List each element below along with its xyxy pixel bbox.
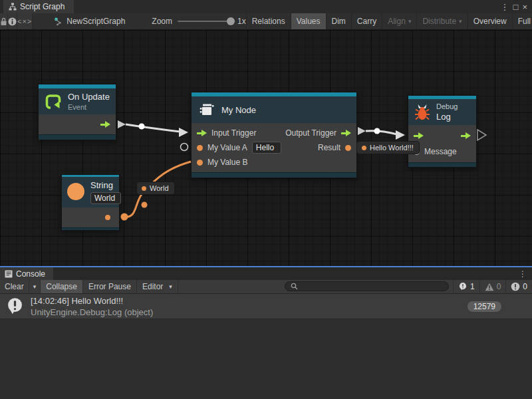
console-search[interactable]	[285, 281, 449, 291]
string-value-field[interactable]	[90, 192, 121, 204]
node-on-update[interactable]: On Update Event	[38, 84, 116, 140]
value-dot-icon	[362, 146, 366, 150]
graph-icon	[9, 3, 17, 11]
graph-name-group[interactable]: NewScriptGraph	[54, 13, 125, 29]
string-literal-icon	[67, 183, 84, 200]
node-title: On Update	[68, 92, 110, 102]
port-label: My Value B	[207, 158, 247, 167]
maximize-icon[interactable]: □	[513, 3, 519, 11]
zoom-control: Zoom 1x	[152, 13, 245, 29]
value-output-port[interactable]	[105, 215, 110, 220]
graph-canvas[interactable]: On Update Event My Node	[0, 30, 532, 266]
console-log-entry[interactable]: [14:02:46] Hello World!!! UnityEngine.De…	[0, 294, 532, 319]
overview-button[interactable]: Overview	[467, 13, 512, 29]
dim-button[interactable]: Dim	[326, 13, 351, 29]
value-output-port[interactable]	[345, 145, 351, 151]
graph-toolbar: <×> NewScriptGraph Zoom 1x Relations Val…	[0, 13, 532, 30]
node-title: Log	[436, 112, 458, 122]
collapse-count-badge: 12579	[467, 301, 501, 312]
console-menu-icon[interactable]: ⋮	[519, 267, 532, 280]
value-bubble-hello-world: Hello World!!!	[356, 141, 420, 154]
log-count: 1	[470, 282, 475, 291]
unconnected-port-circle[interactable]	[181, 144, 188, 151]
my-value-a-field[interactable]	[252, 142, 281, 154]
port-label: Result	[318, 143, 340, 152]
port-row: Input Trigger Output Trigger	[192, 126, 356, 140]
warning-count-toggle[interactable]: 0	[479, 280, 506, 293]
zoom-slider[interactable]	[178, 21, 232, 22]
editor-dropdown[interactable]: Editor▾	[137, 280, 178, 293]
window-menu-icon[interactable]: ⋮	[501, 3, 509, 11]
flow-output-port[interactable]	[461, 132, 471, 139]
node-footer	[62, 227, 119, 230]
window-titlebar: Script Graph ⋮ □ ×	[0, 0, 532, 13]
clear-dropdown-button[interactable]: ▾	[29, 280, 41, 293]
info-icon	[8, 17, 17, 26]
error-pause-toggle[interactable]: Error Pause	[83, 280, 137, 293]
distribute-button[interactable]: Distribute▾	[416, 13, 467, 29]
node-subtitle: Event	[68, 103, 110, 111]
flow-output-port[interactable]	[341, 130, 351, 136]
clear-button[interactable]: Clear	[0, 280, 29, 293]
value-dot-icon	[142, 186, 146, 191]
close-icon[interactable]: ×	[522, 3, 527, 11]
code-preview-button[interactable]: <×>	[17, 13, 33, 29]
unit-box-icon	[198, 101, 215, 118]
port-row	[39, 117, 116, 132]
align-button[interactable]: Align▾	[382, 13, 416, 29]
zoom-slider-handle[interactable]	[227, 17, 235, 25]
carry-button[interactable]: Carry	[351, 13, 382, 29]
lock-icon	[0, 17, 7, 26]
port-row	[62, 210, 119, 225]
wire-mynode-to-debug[interactable]	[358, 127, 405, 140]
full-screen-button[interactable]: Full S	[512, 13, 532, 29]
relations-button[interactable]: Relations	[246, 13, 291, 29]
value-input-port[interactable]	[197, 160, 203, 166]
code-icon: <×>	[17, 17, 32, 25]
zoom-label: Zoom	[152, 17, 172, 26]
info-button[interactable]	[8, 13, 17, 29]
graph-name-label: NewScriptGraph	[66, 17, 125, 26]
error-count: 0	[523, 282, 527, 291]
flow-output-port[interactable]	[100, 121, 110, 128]
node-footer	[192, 172, 356, 178]
log-bubble-icon	[5, 297, 25, 316]
value-bubble-world: World	[136, 182, 175, 195]
console-empty-area	[0, 319, 532, 399]
flow-input-port[interactable]	[197, 130, 207, 136]
collapse-toggle[interactable]: Collapse	[41, 280, 83, 293]
tab-script-graph[interactable]: Script Graph	[3, 0, 74, 13]
port-label: Input Trigger	[211, 128, 256, 138]
node-title: My Node	[221, 105, 256, 115]
node-footer	[39, 134, 116, 140]
script-graph-asset-icon	[54, 17, 63, 26]
error-count-toggle[interactable]: 0	[505, 280, 532, 293]
lock-button[interactable]	[0, 13, 8, 29]
port-row: My Value A Result	[192, 140, 356, 155]
flow-input-port[interactable]	[414, 132, 424, 139]
port-label: Output Trigger	[285, 128, 336, 138]
node-title: String	[90, 180, 113, 190]
zoom-value: 1x	[237, 17, 246, 26]
warning-triangle-icon	[485, 283, 494, 291]
wire-onupdate-to-mynode[interactable]	[118, 120, 188, 137]
error-circle-icon	[511, 282, 520, 291]
node-footer	[408, 162, 476, 167]
console-tab-bar: Console ⋮	[0, 267, 532, 280]
chevron-down-icon: ▾	[169, 283, 172, 290]
node-debug-log[interactable]: Debug Log Message	[408, 95, 477, 168]
tab-title: Script Graph	[20, 2, 65, 11]
chevron-down-icon: ▾	[459, 18, 462, 25]
node-my-node[interactable]: My Node Input Trigger Output Trigger My …	[191, 92, 357, 178]
debug-bug-icon	[414, 104, 430, 121]
value-input-port[interactable]	[197, 145, 203, 151]
value-bubble-text: World	[150, 184, 169, 192]
chevron-down-icon: ▾	[33, 283, 37, 290]
log-count-toggle[interactable]: 1	[453, 280, 479, 293]
tab-console[interactable]: Console	[0, 267, 53, 280]
node-string[interactable]: String	[61, 174, 120, 231]
console-search-input[interactable]	[301, 283, 443, 291]
unconnected-flow-triangle[interactable]	[477, 130, 486, 140]
values-button[interactable]: Values	[291, 13, 326, 29]
search-icon	[291, 283, 298, 290]
